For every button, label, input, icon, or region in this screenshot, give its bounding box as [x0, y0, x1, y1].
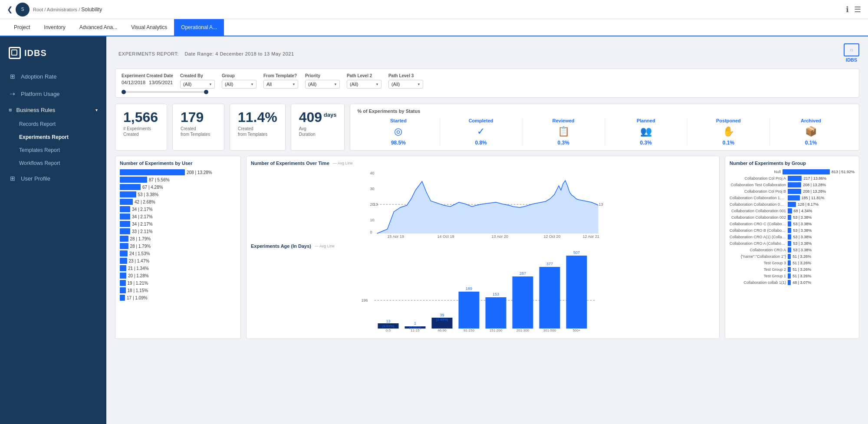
filter-experiment-date: Experiment Created Date 04/12/2018 13/05…: [122, 73, 173, 85]
status-postponed: Postponed ✋ 0.1%: [687, 118, 770, 146]
status-started: Started ◎ 98.5%: [357, 118, 440, 146]
sidebar-subitem-experiments-report[interactable]: Experiments Report: [0, 131, 106, 144]
sidebar-toggle[interactable]: ❮: [7, 0, 16, 19]
tab-operational-a[interactable]: Operational A...: [174, 19, 224, 36]
sidebar-subitem-templates-report[interactable]: Templates Report: [0, 144, 106, 157]
status-planned: Planned 👥 0.3%: [605, 118, 687, 146]
menu-icon[interactable]: ☰: [854, 5, 861, 14]
path-level3-select[interactable]: (All): [388, 80, 423, 89]
list-item: 19 | 1.21%: [120, 280, 236, 286]
list-item: 28 | 1.79%: [120, 243, 236, 249]
stat-pct-from-templates: 11.4% Createdfrom Templates: [230, 104, 286, 151]
svg-rect-32: [486, 297, 506, 329]
svg-text:12 Apr 21: 12 Apr 21: [583, 234, 600, 238]
sidebar-subitem-records-report[interactable]: Records Report: [0, 118, 106, 131]
svg-text:40: 40: [370, 171, 375, 175]
filter-created-by: Created By (All): [180, 73, 215, 89]
filter-priority: Priority (All): [305, 73, 340, 89]
svg-rect-40: [539, 267, 560, 329]
filter-from-template: From Template? All: [263, 73, 298, 89]
svg-text:0-5: 0-5: [386, 329, 391, 332]
svg-text:287: 287: [519, 271, 526, 276]
created-by-select[interactable]: (All): [180, 80, 215, 89]
list-item: Collaboration Test Collaboration208 | 13…: [730, 182, 855, 187]
completed-icon: ✓: [477, 126, 485, 137]
age-chart-svg: 196 13 (0.83%) 0-5 1 (0.06%): [251, 250, 715, 333]
list-item: Collaboration CRO A53 | 3.38%: [730, 247, 855, 253]
breadcrumb: Root / Administrators / Solubility: [33, 7, 102, 13]
list-item: Collaboration CRO B (Collaborati...53 | …: [730, 228, 855, 233]
list-item: Collaboration Col Proj A217 | 13.86%: [730, 176, 855, 181]
filter-path-level2: Path Level 2 (All): [347, 73, 381, 89]
postponed-icon: ✋: [723, 126, 734, 137]
tab-advanced-ana[interactable]: Advanced Ana...: [72, 19, 124, 36]
svg-text:(24.07%): (24.07%): [542, 266, 557, 270]
sidebar-logo: IDBS: [0, 36, 106, 68]
list-item: 33 | 2.11%: [120, 228, 236, 234]
svg-text:(2.49%): (2.49%): [436, 318, 448, 322]
user-bars: 208 | 13.28%87 | 5.56%67 | 4.28%53 | 3.3…: [120, 169, 236, 301]
sidebar-item-business-rules[interactable]: ≡ Business Rules ▾: [0, 102, 106, 118]
list-item: Test Group 351 | 3.26%: [730, 260, 855, 266]
svg-text:201-300: 201-300: [516, 329, 529, 332]
sidebar-item-adoption-rate[interactable]: ⊞ Adoption Rate: [0, 68, 106, 85]
svg-text:(12.07%): (12.07%): [462, 291, 476, 295]
priority-select[interactable]: (All): [305, 80, 340, 89]
svg-text:196: 196: [362, 298, 368, 302]
list-item: 67 | 4.28%: [120, 184, 236, 190]
list-item: 17 | 1.09%: [120, 295, 236, 301]
status-archived: Archived 📦 0.1%: [770, 118, 852, 146]
svg-text:(32.38%): (32.38%): [569, 255, 584, 259]
svg-text:301-500: 301-500: [543, 329, 556, 332]
list-item: Collaboration collab 1(1)48 | 3.07%: [730, 280, 855, 285]
adoption-rate-icon: ⊞: [9, 73, 16, 80]
svg-rect-44: [566, 256, 587, 329]
list-item: 34 | 2.17%: [120, 221, 236, 227]
list-item: Collaboration CRO A(1) (Collaborati...53…: [730, 234, 855, 240]
svg-text:151-200: 151-200: [490, 329, 503, 332]
list-item: 53 | 3.38%: [120, 191, 236, 197]
list-item: 28 | 1.79%: [120, 236, 236, 242]
from-template-select[interactable]: All: [263, 80, 298, 89]
tab-project[interactable]: Project: [7, 19, 37, 36]
svg-text:(0.83%): (0.83%): [382, 324, 394, 328]
tab-inventory[interactable]: Inventory: [37, 19, 72, 36]
sidebar: IDBS ⊞ Adoption Rate ⇢ Platform Usage ≡ …: [0, 36, 106, 424]
status-completed: Completed ✓ 0.8%: [440, 118, 523, 146]
chart-by-user: Number of Experiments by User 208 | 13.2…: [115, 156, 241, 339]
time-chart-svg: 40 30 20 10 0 13 13: [251, 168, 715, 238]
list-item: 87 | 5.56%: [120, 177, 236, 183]
svg-text:0: 0: [370, 230, 372, 234]
group-select[interactable]: (All): [222, 80, 256, 89]
sidebar-subitem-workflows-report[interactable]: Workflows Report: [0, 157, 106, 170]
svg-text:46-90: 46-90: [437, 329, 447, 332]
svg-text:91-150: 91-150: [464, 329, 474, 332]
svg-text:10: 10: [370, 218, 375, 222]
list-item: 42 | 2.68%: [120, 199, 236, 205]
list-item: Collaboration CRO A (Collaborati...53 | …: [730, 241, 855, 246]
list-item: 34 | 2.17%: [120, 206, 236, 212]
list-item: Test Group 151 | 3.26%: [730, 273, 855, 279]
report-title: EXPERIMENTS REPORT: Date Range: 4 Decemb…: [115, 49, 294, 57]
filter-path-level3: Path Level 3 (All): [388, 73, 423, 89]
reviewed-icon: 📋: [558, 126, 569, 137]
sidebar-item-platform-usage[interactable]: ⇢ Platform Usage: [0, 85, 106, 102]
svg-text:11-15: 11-15: [411, 329, 420, 332]
list-item: Null813 | 51.92%: [730, 169, 855, 174]
app-logo: S Root / Administrators / Solubility: [16, 3, 102, 16]
chart-by-group: Number of Experiments by Group Null813 |…: [725, 156, 859, 339]
path-level2-select[interactable]: (All): [347, 80, 381, 89]
date-range-slider[interactable]: [122, 91, 853, 93]
svg-rect-36: [513, 276, 533, 329]
svg-marker-8: [377, 181, 598, 233]
svg-text:(9.77%): (9.77%): [490, 297, 502, 301]
list-item: 21 | 1.34%: [120, 265, 236, 271]
list-item: 208 | 13.28%: [120, 169, 236, 175]
svg-text:13 Apr 20: 13 Apr 20: [492, 234, 509, 238]
tab-visual-analytics[interactable]: Visual Analytics: [124, 19, 174, 36]
sidebar-item-user-profile[interactable]: ⊞ User Profile: [0, 170, 106, 187]
info-icon[interactable]: ℹ: [846, 5, 849, 14]
logo-icon: S: [16, 3, 30, 16]
status-section: % of Experiments by Status Started ◎ 98.…: [350, 104, 859, 151]
top-bar-actions: ℹ ☰: [846, 5, 861, 14]
